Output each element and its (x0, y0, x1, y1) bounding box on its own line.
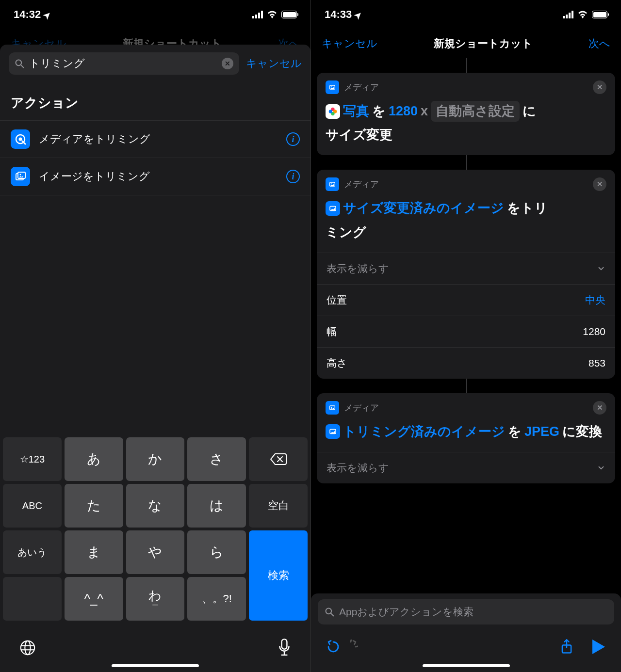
row-value[interactable]: 1280 (583, 326, 605, 337)
redo-button[interactable] (342, 638, 360, 656)
text-wo: を (508, 421, 522, 442)
block-category: メディア (344, 402, 588, 414)
svg-point-22 (331, 407, 332, 408)
token-input-image[interactable]: トリミング済みのイメージ (343, 421, 505, 442)
svg-point-3 (19, 138, 22, 141)
row-value[interactable]: 853 (588, 357, 605, 369)
info-icon[interactable]: i (286, 132, 300, 146)
row-label: 高さ (327, 356, 347, 370)
action-label: メディアをトリミング (39, 132, 278, 146)
connector-line (466, 58, 467, 73)
key-wa[interactable]: わー (126, 577, 185, 621)
search-cancel-button[interactable]: キャンセル (246, 56, 302, 71)
status-bar: 14:32 ➤ (0, 0, 310, 29)
play-button[interactable] (590, 638, 607, 656)
key-ya[interactable]: や (126, 530, 185, 574)
text-suffix: をトリ (507, 198, 548, 219)
clear-icon[interactable]: ✕ (222, 58, 233, 69)
row-label: 位置 (327, 293, 347, 307)
globe-icon[interactable] (19, 640, 36, 656)
status-time: 14:33 ➤ (325, 8, 362, 21)
text-x: x (421, 101, 428, 122)
expand-toggle[interactable]: 表示を減らす (317, 253, 615, 284)
token-autoheight[interactable]: 自動高さ設定 (431, 101, 520, 122)
share-button[interactable] (558, 638, 575, 656)
text-convert: に変換 (562, 421, 602, 442)
undo-button[interactable] (325, 638, 342, 656)
home-indicator[interactable] (112, 664, 199, 667)
connector-line (466, 155, 467, 170)
key-ra[interactable]: ら (187, 530, 246, 574)
token-width[interactable]: 1280 (389, 101, 418, 122)
key-ta[interactable]: た (65, 484, 123, 528)
backspace-icon (270, 453, 287, 465)
row-value[interactable]: 中央 (585, 293, 605, 307)
nav-bar: キャンセル 新規ショートカット 次へ (311, 29, 621, 58)
key-sa[interactable]: さ (187, 437, 246, 481)
close-icon[interactable]: ✕ (593, 80, 606, 94)
svg-point-24 (326, 608, 332, 614)
nav-next-button[interactable]: 次へ (588, 36, 610, 51)
row-width[interactable]: 幅 1280 (317, 316, 615, 347)
key-face[interactable]: ^_^ (65, 577, 123, 621)
key-empty[interactable] (3, 577, 62, 621)
row-position[interactable]: 位置 中央 (317, 284, 615, 316)
action-trim-image[interactable]: イメージをトリミング i (0, 158, 310, 195)
token-input-image[interactable]: サイズ変更済みのイメージ (343, 198, 504, 219)
battery-icon (592, 11, 607, 18)
action-trim-media[interactable]: メディアをトリミング i (0, 121, 310, 158)
token-jpeg[interactable]: JPEG (524, 421, 559, 442)
keyboard: ☆123 あ か さ ABC た な は 空白 あいう ま や ら 検索 ^_^… (0, 434, 310, 672)
bottom-search-bar: Appおよびアクションを検索 (311, 593, 621, 630)
action-block-crop[interactable]: メディア ✕ サイズ変更済みのイメージ をトリ ミング 表示を減らす 位置 中央… (317, 170, 615, 378)
key-na[interactable]: な (126, 484, 185, 528)
key-punct[interactable]: 、。?! (187, 577, 246, 621)
key-ha[interactable]: は (187, 484, 246, 528)
wifi-icon (267, 11, 278, 18)
key-star123[interactable]: ☆123 (3, 437, 62, 481)
key-space[interactable]: 空白 (249, 484, 308, 528)
nav-title: 新規ショートカット (434, 36, 533, 51)
key-search[interactable]: 検索 (249, 530, 308, 621)
svg-line-25 (331, 613, 333, 616)
key-aiu[interactable]: あいう (3, 530, 62, 574)
bottom-search-field[interactable]: Appおよびアクションを検索 (318, 599, 614, 624)
action-block-resize[interactable]: メディア ✕ 写真 を 1280 x 自動高さ設定 に サイズ変更 (317, 73, 615, 155)
action-block-convert[interactable]: メディア ✕ トリミング済みのイメージ を JPEG に変換 表示を減らす (317, 393, 615, 483)
connector-line (466, 379, 467, 393)
row-height[interactable]: 高さ 853 (317, 347, 615, 379)
key-abc[interactable]: ABC (3, 484, 62, 528)
close-icon[interactable]: ✕ (593, 401, 606, 415)
expand-toggle[interactable]: 表示を減らす (317, 452, 615, 483)
actions-section-title: アクション (0, 82, 310, 120)
status-bar: 14:33 ➤ (311, 0, 621, 29)
info-icon[interactable]: i (286, 170, 300, 183)
mic-icon[interactable] (278, 639, 291, 657)
search-icon (325, 607, 334, 617)
search-field[interactable]: ✕ (9, 52, 239, 75)
location-icon: ➤ (352, 9, 365, 21)
key-ma[interactable]: ま (65, 530, 123, 574)
key-ka[interactable]: か (126, 437, 185, 481)
text-wo: を (372, 101, 386, 122)
wifi-icon (577, 11, 588, 18)
status-time: 14:32 ➤ (14, 8, 51, 21)
media-icon (326, 401, 339, 415)
location-icon: ➤ (41, 9, 54, 21)
home-indicator[interactable] (423, 664, 510, 667)
key-backspace[interactable] (249, 437, 308, 481)
nav-cancel-button[interactable]: キャンセル (322, 36, 377, 51)
search-input[interactable] (29, 57, 217, 70)
photos-app-icon (326, 104, 340, 119)
expand-label: 表示を減らす (327, 461, 389, 475)
action-label: イメージをトリミング (39, 169, 278, 184)
close-icon[interactable]: ✕ (593, 177, 606, 191)
media-icon (326, 177, 339, 191)
media-icon (326, 80, 339, 94)
key-a[interactable]: あ (65, 437, 123, 481)
token-photos[interactable]: 写真 (343, 101, 369, 122)
svg-point-17 (329, 110, 332, 113)
search-row: ✕ キャンセル (0, 45, 310, 82)
quicktime-icon (11, 129, 30, 149)
svg-point-6 (20, 174, 21, 176)
